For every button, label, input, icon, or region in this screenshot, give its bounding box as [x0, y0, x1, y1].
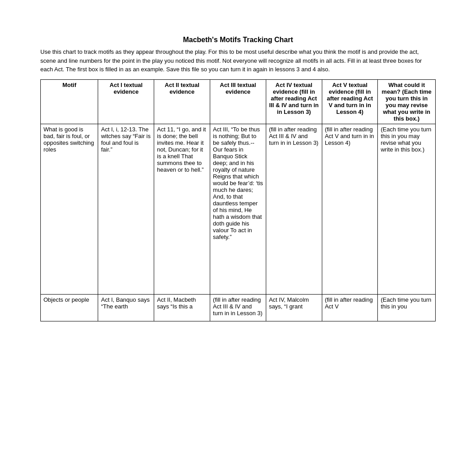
cell-what: (Each time you turn this in you may revi…: [378, 124, 436, 294]
header-act4: Act IV textual evidence (fill in after r…: [266, 79, 322, 124]
cell-act3: Act III, “To be thus is nothing; But to …: [210, 124, 266, 294]
cell-act4: Act IV, Malcolm says, “I grant: [266, 294, 322, 321]
cell-act4: (fill in after reading Act III & IV and …: [266, 124, 322, 294]
cell-act5: (fill in after reading Act V and turn in…: [322, 124, 378, 294]
page-title: Macbeth's Motifs Tracking Chart: [40, 36, 436, 44]
header-act3: Act III textual evidence: [210, 79, 266, 124]
cell-what: (Each time you turn this in you: [378, 294, 436, 321]
cell-motif: What is good is bad, fair is foul, or op…: [41, 124, 98, 294]
table-row: What is good is bad, fair is foul, or op…: [41, 124, 436, 294]
cell-act1: Act I, i, 12-13. The witches say “Fair i…: [98, 124, 154, 294]
page: Macbeth's Motifs Tracking Chart Use this…: [0, 0, 476, 451]
cell-act2: Act II, Macbeth says “Is this a: [154, 294, 210, 321]
cell-act2: Act 11, “I go, and it is done; the bell …: [154, 124, 210, 294]
cell-act3: (fill in after reading Act III & IV and …: [210, 294, 266, 321]
header-what: What could it mean? (Each time you turn …: [378, 79, 436, 124]
header-act1: Act I textual evidence: [98, 79, 154, 124]
intro-text: Use this chart to track motifs as they a…: [40, 48, 436, 74]
motifs-table: Motif Act I textual evidence Act II text…: [40, 79, 436, 321]
header-motif: Motif: [41, 79, 98, 124]
header-act2: Act II textual evidence: [154, 79, 210, 124]
cell-act1: Act I, Banquo says “The earth: [98, 294, 154, 321]
cell-motif: Objects or people: [41, 294, 98, 321]
table-row: Objects or peopleAct I, Banquo says “The…: [41, 294, 436, 321]
header-act5: Act V textual evidence (fill in after re…: [322, 79, 378, 124]
cell-act5: (fill in after reading Act V: [322, 294, 378, 321]
